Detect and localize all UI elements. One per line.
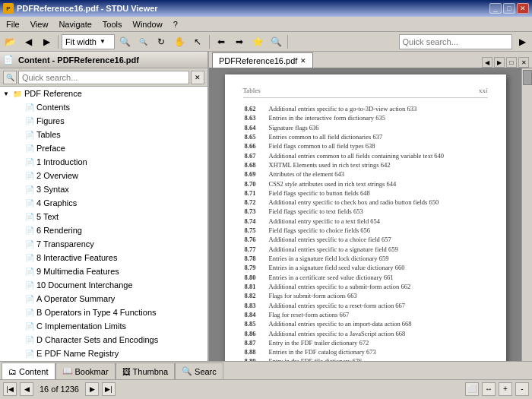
search-go-button[interactable]: ▶ xyxy=(514,33,530,50)
search-input[interactable] xyxy=(403,37,509,46)
tab-icon: 📖 xyxy=(62,366,73,376)
close-button[interactable]: ✕ xyxy=(517,3,529,14)
zoom-in-status-button[interactable]: + xyxy=(499,382,512,396)
page-icon: 📄 xyxy=(24,239,35,249)
minimize-button[interactable]: _ xyxy=(489,3,502,14)
page-icon: 📄 xyxy=(24,293,35,304)
status-bar: |◀ ◀ 16 of 1236 ▶ ▶| ⬜ ↔ + - xyxy=(0,379,532,397)
pdf-tab-close-icon[interactable]: ✕ xyxy=(300,57,306,65)
tab-content[interactable]: 🗂 Content xyxy=(2,363,55,379)
menu-file[interactable]: File xyxy=(2,18,24,30)
toc-entry: 8.84 Flag for reset-form actions 667 xyxy=(243,310,488,319)
tree-item[interactable]: 📄1 Introduction xyxy=(0,155,207,169)
tab-next-icon[interactable]: ▶ xyxy=(494,57,505,68)
toc-num: 8.68 xyxy=(245,160,266,169)
toc-num: 8.89 xyxy=(245,356,266,361)
tab-prev-icon[interactable]: ◀ xyxy=(482,57,492,68)
prev-page-button[interactable]: ⬅ xyxy=(213,33,230,50)
fit-page-status-button[interactable]: ⬜ xyxy=(465,382,479,396)
tab-label: Content xyxy=(19,367,49,376)
tree-item[interactable]: 📄Preface xyxy=(0,141,207,155)
tab-thumbna[interactable]: 🖼 Thumbna xyxy=(116,363,175,379)
select-button[interactable]: ↖ xyxy=(189,33,206,50)
tree-item[interactable]: 📄5 Text xyxy=(0,210,207,223)
zoom-out-button[interactable]: 🔍 xyxy=(135,33,151,50)
tree-item[interactable]: 📄D Character Sets and Encodings xyxy=(0,333,207,347)
tree-expander-empty xyxy=(12,306,24,318)
next-page-status-button[interactable]: ▶ xyxy=(85,382,99,396)
tree-item[interactable]: 📄C Implementation Limits xyxy=(0,319,207,333)
tree-item[interactable]: 📄Tables xyxy=(0,128,207,141)
tab-searc[interactable]: 🔍 Searc xyxy=(175,363,223,379)
menu-window[interactable]: Window xyxy=(128,18,167,30)
page-icon: 📄 xyxy=(24,102,35,112)
toc-num: 8.86 xyxy=(245,329,266,338)
title-bar: P PDFReference16.pdf - STDU Viewer _ □ ✕ xyxy=(0,0,532,17)
window-title: PDFReference16.pdf - STDU Viewer xyxy=(17,4,158,13)
fit-width-status-button[interactable]: ↔ xyxy=(482,382,496,396)
last-page-button[interactable]: ▶| xyxy=(102,382,116,396)
tree-label: 6 Rendering xyxy=(36,226,82,235)
open-button[interactable]: 📂 xyxy=(2,33,18,50)
tree-item[interactable]: 📄9 Multimedia Features xyxy=(0,264,207,278)
page-info: 16 of 1236 xyxy=(36,385,82,394)
tab-icon: 🔍 xyxy=(182,366,192,376)
toc-num: 8.77 xyxy=(245,245,266,254)
search-box-toolbar[interactable] xyxy=(399,34,513,49)
zoom-in-button[interactable]: 🔍 xyxy=(116,33,133,50)
panel-header: 📄 Content - PDFReference16.pdf xyxy=(0,52,207,68)
fit-width-selector[interactable]: Fit width ▼ xyxy=(62,34,115,49)
tree-item[interactable]: ▼📁PDF Reference xyxy=(0,87,207,100)
toc-text: Additional entry specific to a text fiel… xyxy=(266,217,486,226)
tree-item[interactable]: 📄F Linearized PDF xyxy=(0,360,207,361)
tree-item[interactable]: 📄Figures xyxy=(0,114,207,128)
tree-expander[interactable]: ▼ xyxy=(0,87,12,100)
maximize-button[interactable]: □ xyxy=(503,3,515,14)
right-scrollbar[interactable] xyxy=(521,68,532,361)
toc-text: Entry in the FDF file dictionary 676 xyxy=(266,356,486,361)
first-page-button[interactable]: |◀ xyxy=(3,382,17,396)
tab-bookmar[interactable]: 📖 Bookmar xyxy=(55,363,116,379)
tab-expand-icon[interactable]: □ xyxy=(506,57,517,68)
folder-icon: 📁 xyxy=(12,88,23,99)
tree-item[interactable]: 📄B Operators in Type 4 Functions xyxy=(0,306,207,319)
tree-item[interactable]: 📄10 Document Interchange xyxy=(0,278,207,292)
toc-text: Field flags specific to button fields 64… xyxy=(266,188,486,198)
prev-page-status-button[interactable]: ◀ xyxy=(20,382,33,396)
hand-tool-button[interactable]: ✋ xyxy=(171,33,188,50)
tree-item[interactable]: 📄2 Overview xyxy=(0,169,207,182)
tab-close-icon[interactable]: ✕ xyxy=(518,57,529,68)
toc-text: Additional entries specific to a signatu… xyxy=(266,245,486,254)
find-button[interactable]: 🔍 xyxy=(268,33,284,50)
back-button[interactable]: ◀ xyxy=(20,33,36,50)
tab-label: Bookmar xyxy=(75,367,109,376)
toc-text: XHTML Elements used in rich text strings… xyxy=(266,160,486,169)
next-page-button[interactable]: ➡ xyxy=(231,33,248,50)
pdf-content: Tables xxi 8.62 Additional entries speci… xyxy=(209,68,521,361)
menu-navigate[interactable]: Navigate xyxy=(54,18,96,30)
bookmark-button[interactable]: ⭐ xyxy=(249,33,266,50)
tree-label: Preface xyxy=(36,144,65,153)
tree-item[interactable]: 📄E PDF Name Registry xyxy=(0,347,207,360)
forward-button[interactable]: ▶ xyxy=(38,33,55,50)
rotate-button[interactable]: ↻ xyxy=(153,33,169,50)
pdf-tab[interactable]: PDFReference16.pdf ✕ xyxy=(212,52,313,68)
tree-item[interactable]: 📄7 Transparency xyxy=(0,237,207,251)
menu-tools[interactable]: Tools xyxy=(98,18,127,30)
tree-item[interactable]: 📄8 Interactive Features xyxy=(0,251,207,264)
tree-item[interactable]: 📄A Operator Summary xyxy=(0,292,207,306)
menu-help[interactable]: ? xyxy=(169,18,182,30)
tree-item[interactable]: 📄3 Syntax xyxy=(0,182,207,196)
page-icon: 📄 xyxy=(24,321,35,331)
panel-search-clear[interactable]: ✕ xyxy=(191,71,204,84)
tree-label: 5 Text xyxy=(36,212,59,221)
toc-entry: 8.79 Entries in a signature field seed v… xyxy=(243,263,488,272)
menu-view[interactable]: View xyxy=(26,18,53,30)
panel-search-input[interactable] xyxy=(18,71,189,84)
zoom-out-status-button[interactable]: - xyxy=(515,382,529,396)
tree-label: 4 Graphics xyxy=(36,198,77,207)
tree-item[interactable]: 📄Contents xyxy=(0,100,207,114)
tree-item[interactable]: 📄6 Rendering xyxy=(0,223,207,237)
tree-item[interactable]: 📄4 Graphics xyxy=(0,196,207,210)
toc-text: Additional entries specific to an import… xyxy=(266,319,486,328)
